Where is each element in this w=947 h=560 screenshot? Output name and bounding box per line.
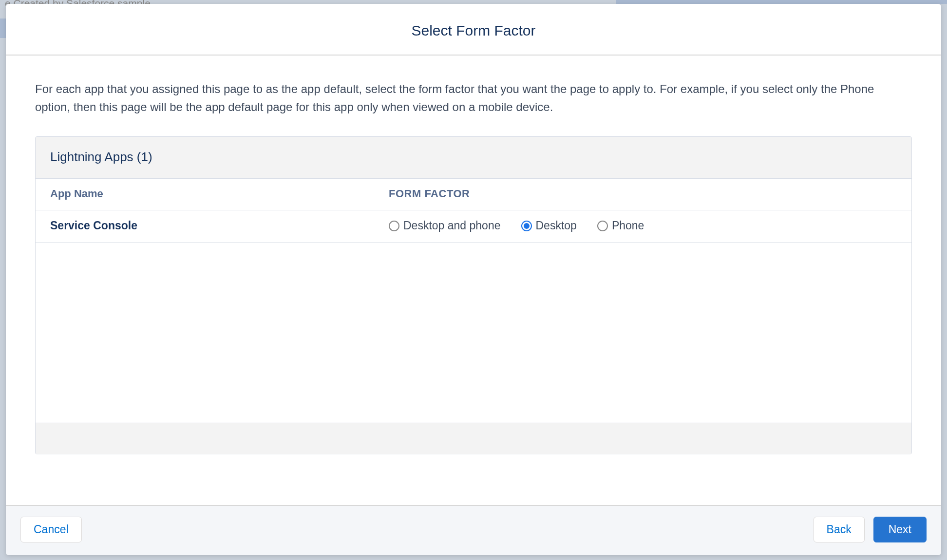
modal-header: Select Form Factor bbox=[6, 4, 941, 56]
radio-icon bbox=[521, 221, 532, 231]
column-header-app-name: App Name bbox=[50, 187, 389, 200]
radio-label: Desktop bbox=[536, 219, 577, 232]
radio-option-desktop-and-phone[interactable]: Desktop and phone bbox=[389, 219, 501, 232]
modal-description: For each app that you assigned this page… bbox=[35, 80, 912, 116]
radio-label: Phone bbox=[612, 219, 644, 232]
apps-table: Lightning Apps (1) App Name FORM FACTOR … bbox=[35, 136, 912, 454]
table-section-title: Lightning Apps (1) bbox=[50, 149, 152, 164]
table-row: Service Console Desktop and phone bbox=[36, 210, 911, 243]
app-name-cell: Service Console bbox=[50, 219, 389, 232]
background-decoration bbox=[616, 0, 947, 4]
radio-icon bbox=[597, 221, 608, 231]
table-footer-space bbox=[36, 423, 911, 454]
modal-footer: Cancel Back Next bbox=[6, 505, 941, 555]
table-section-header: Lightning Apps (1) bbox=[36, 137, 911, 179]
radio-option-desktop[interactable]: Desktop bbox=[521, 219, 577, 232]
select-form-factor-modal: Select Form Factor For each app that you… bbox=[6, 4, 941, 555]
next-button[interactable]: Next bbox=[873, 517, 927, 542]
modal-body: For each app that you assigned this page… bbox=[6, 56, 941, 505]
background-decoration bbox=[0, 19, 6, 38]
column-header-form-factor: FORM FACTOR bbox=[389, 187, 897, 200]
back-button[interactable]: Back bbox=[814, 517, 865, 542]
footer-right-buttons: Back Next bbox=[814, 517, 927, 542]
cancel-button[interactable]: Cancel bbox=[20, 517, 82, 542]
table-empty-area bbox=[36, 243, 911, 423]
radio-icon bbox=[389, 221, 399, 231]
radio-label: Desktop and phone bbox=[403, 219, 501, 232]
table-column-headers: App Name FORM FACTOR bbox=[36, 179, 911, 210]
modal-title: Select Form Factor bbox=[16, 22, 931, 39]
form-factor-cell: Desktop and phone Desktop Ph bbox=[389, 219, 897, 232]
radio-option-phone[interactable]: Phone bbox=[597, 219, 644, 232]
